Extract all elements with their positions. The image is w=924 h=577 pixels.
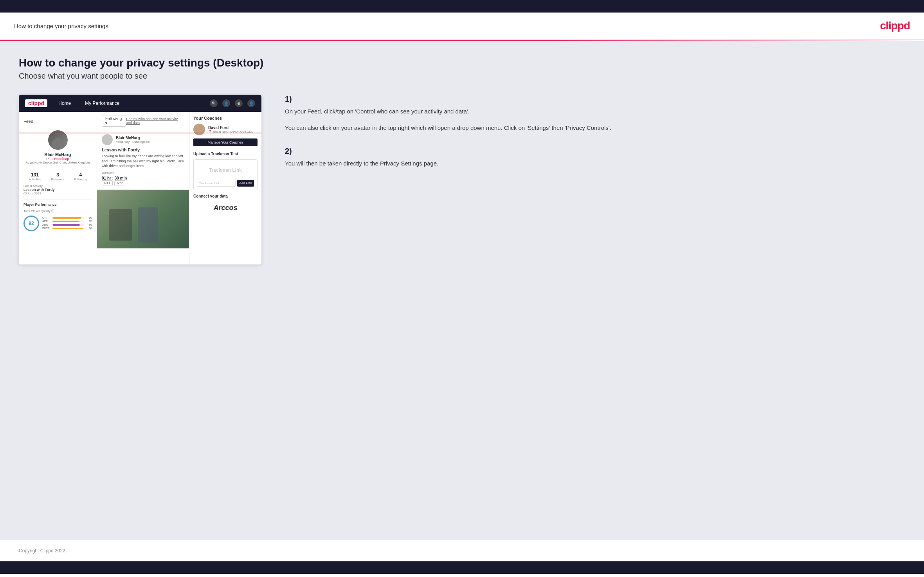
mock-stats: 131 Activities 3 Followers 4 Following: [23, 172, 92, 181]
page-title: How to change your privacy settings (Des…: [19, 57, 905, 69]
mock-add-link-btn[interactable]: Add Link: [237, 180, 254, 187]
mock-bars: OTT 90 APP 85 ARG: [42, 216, 92, 230]
instructions: 1) On your Feed, click/tap on 'Control w…: [277, 95, 905, 182]
mock-left-panel: Feed Blair McHarg Plus Handicap Royal No…: [19, 112, 97, 264]
mock-following-bar: Following ▾ Control who can see your act…: [97, 112, 189, 130]
mock-tags: OTT APP: [102, 180, 184, 185]
mock-coach-name: David Ford: [208, 126, 253, 130]
mock-performance: Player Performance Total Player Quality …: [23, 199, 92, 231]
avatar-icon[interactable]: 👤: [247, 99, 255, 107]
mock-coach-club: 📍 Royal North Devon Golf Club: [208, 130, 253, 133]
mock-stat-followers-label: Followers: [46, 178, 69, 181]
mock-stat-followers-num: 3: [46, 172, 69, 178]
mock-user-sub: Plus Handicap: [46, 157, 69, 161]
mock-quality-label: Total Player Quality ⓘ: [23, 209, 92, 213]
mock-user-name: Blair McHarg: [45, 152, 71, 157]
instruction-1-text: On your Feed, click/tap on 'Control who …: [285, 107, 905, 116]
mock-stat-following-num: 4: [69, 172, 92, 178]
instruction-1: 1) On your Feed, click/tap on 'Control w…: [285, 95, 905, 133]
mock-feed-label: Feed: [23, 117, 92, 126]
mock-bar-app: APP 85: [42, 220, 92, 223]
mock-latest-date: 03 Aug 2022: [23, 192, 92, 195]
mock-logo: clippd: [25, 99, 47, 107]
header: How to change your privacy settings clip…: [0, 13, 924, 40]
instruction-1-text2: You can also click on your avatar in the…: [285, 123, 905, 133]
footer: Copyright Clippd 2022: [0, 540, 924, 561]
mock-user-club: Royal North Devon Golf Club, United King…: [25, 161, 90, 164]
app-mockup: clippd Home My Performance 🔍 👤 ⊕ 👤 Feed: [19, 95, 261, 264]
search-icon[interactable]: 🔍: [210, 99, 218, 107]
mock-trackman-title: Upload a Trackman Test: [193, 152, 258, 156]
mock-post-header: Blair McHarg Yesterday · Sunningdale: [102, 134, 184, 145]
header-title: How to change your privacy settings: [14, 23, 108, 29]
mock-stat-activities-label: Activities: [23, 178, 46, 181]
mock-latest-label: Latest Activity: [23, 184, 92, 188]
mock-stat-followers: 3 Followers: [46, 172, 69, 181]
instruction-1-number: 1): [285, 95, 905, 104]
mock-coaches-title: Your Coaches: [193, 116, 258, 120]
mock-quality-row: 92 OTT 90 APP 85: [23, 216, 92, 231]
mock-coach-item: David Ford 📍 Royal North Devon Golf Club: [193, 124, 258, 135]
copyright: Copyright Clippd 2022: [19, 548, 65, 554]
mock-trackman-input: Trackman Link Add Link: [197, 180, 254, 187]
mock-tag-ott: OTT: [102, 180, 113, 185]
mock-stat-activities: 131 Activities: [23, 172, 46, 181]
mock-golf-image: [97, 190, 189, 248]
mock-trackman-box: Trackman Link Trackman Link Add Link: [193, 159, 258, 190]
mock-manage-coaches-btn[interactable]: Manage Your Coaches: [193, 138, 258, 146]
mock-nav: clippd Home My Performance 🔍 👤 ⊕ 👤: [19, 95, 261, 112]
mock-bar-putt: PUTT 96: [42, 227, 92, 230]
instruction-2-text: You will then be taken directly to the P…: [285, 159, 905, 168]
mock-tag-app: APP: [114, 180, 125, 185]
user-icon[interactable]: 👤: [222, 99, 230, 107]
mock-nav-performance[interactable]: My Performance: [82, 99, 122, 108]
mock-post: Blair McHarg Yesterday · Sunningdale Les…: [97, 130, 189, 190]
mock-perf-title: Player Performance: [23, 203, 92, 207]
instruction-2: 2) You will then be taken directly to th…: [285, 147, 905, 168]
mock-duration-value: 01 hr : 30 min: [102, 176, 184, 180]
location-pin-icon: 📍: [208, 130, 212, 133]
mock-middle-panel: Following ▾ Control who can see your act…: [97, 112, 189, 264]
mock-post-date: Yesterday · Sunningdale: [116, 140, 149, 144]
mock-following-btn[interactable]: Following ▾: [102, 115, 126, 127]
mock-avatar: [48, 130, 68, 150]
mock-bar-arg: ARG 86: [42, 223, 92, 226]
mock-stat-following-label: Following: [69, 178, 92, 181]
mock-right-panel: Your Coaches David Ford 📍 Royal North De…: [189, 112, 261, 264]
mock-post-title: Lesson with Fordy: [102, 147, 184, 152]
location-icon[interactable]: ⊕: [235, 99, 243, 107]
logo: clippd: [880, 20, 910, 32]
mock-connect-title: Connect your data: [193, 194, 258, 198]
mock-stat-activities-num: 131: [23, 172, 46, 178]
mock-bar-ott: OTT 90: [42, 216, 92, 219]
content-row: clippd Home My Performance 🔍 👤 ⊕ 👤 Feed: [19, 95, 905, 264]
mock-control-link[interactable]: Control who can see your activity and da…: [126, 117, 184, 125]
bottom-bar: [0, 561, 924, 574]
mock-nav-right: 🔍 👤 ⊕ 👤: [210, 99, 255, 107]
mock-arccos: Arccos: [193, 201, 258, 215]
mock-duration-label: Duration: [102, 171, 184, 174]
mock-quality-score: 92: [23, 216, 39, 231]
mock-nav-home[interactable]: Home: [55, 99, 74, 108]
mock-latest-activity: Latest Activity Lesson with Fordy 03 Aug…: [23, 184, 92, 195]
instruction-2-number: 2): [285, 147, 905, 156]
mock-post-text: Looking to feel like my hands are exitin…: [102, 154, 184, 169]
mock-avatar-container: Blair McHarg Plus Handicap Royal North D…: [23, 130, 92, 167]
mock-post-avatar: [102, 134, 113, 145]
mock-coach-avatar: [193, 124, 205, 135]
mock-trackman-placeholder: Trackman Link: [197, 163, 254, 178]
mock-post-name: Blair McHarg: [116, 136, 149, 140]
page-subtitle: Choose what you want people to see: [19, 72, 905, 81]
top-bar: [0, 0, 924, 13]
main-content: How to change your privacy settings (Des…: [0, 41, 924, 540]
mock-latest-title: Lesson with Fordy: [23, 188, 92, 192]
mock-stat-following: 4 Following: [69, 172, 92, 181]
mock-body: Feed Blair McHarg Plus Handicap Royal No…: [19, 112, 261, 264]
mock-trackman-input-field[interactable]: Trackman Link: [197, 180, 236, 187]
